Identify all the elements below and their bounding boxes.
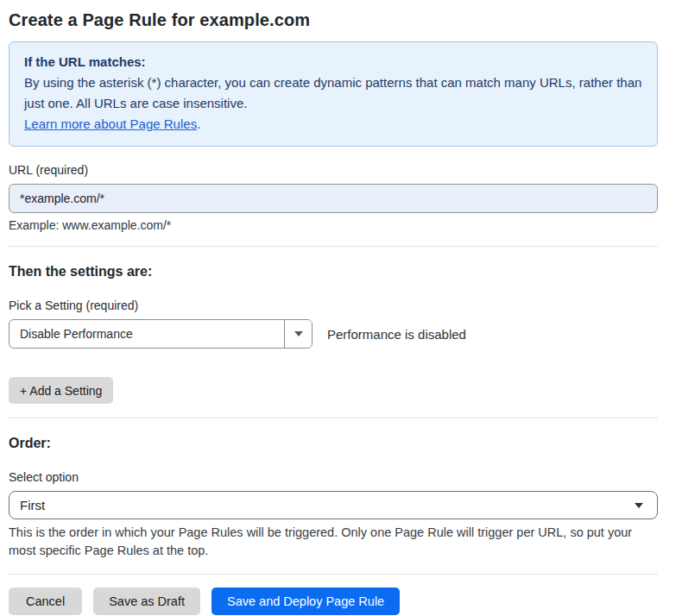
setting-row: Disable Performance Performance is disab… <box>9 319 658 349</box>
cancel-button[interactable]: Cancel <box>9 588 82 615</box>
url-input[interactable] <box>9 184 658 213</box>
create-page-rule-form: Create a Page Rule for example.com If th… <box>0 0 682 615</box>
link-suffix: . <box>197 116 200 131</box>
info-box-link-line: Learn more about Page Rules. <box>24 114 642 135</box>
order-select-label: Select option <box>9 470 658 484</box>
url-example-text: Example: www.example.com/* <box>9 218 658 232</box>
save-and-deploy-button[interactable]: Save and Deploy Page Rule <box>212 588 400 615</box>
divider <box>9 574 658 575</box>
chevron-down-icon <box>294 331 303 336</box>
setting-picker-value: Disable Performance <box>9 320 284 348</box>
divider <box>9 246 658 247</box>
info-box-body: By using the asterisk (*) character, you… <box>24 72 642 114</box>
save-as-draft-button[interactable]: Save as Draft <box>93 588 200 615</box>
add-setting-button[interactable]: + Add a Setting <box>9 377 113 404</box>
order-section-heading: Order: <box>9 436 658 451</box>
form-footer: Cancel Save as Draft Save and Deploy Pag… <box>9 588 658 615</box>
page-title: Create a Page Rule for example.com <box>9 10 658 30</box>
setting-picker-label: Pick a Setting (required) <box>9 299 658 312</box>
order-help-text: This is the order in which your Page Rul… <box>9 524 654 560</box>
settings-section-heading: Then the settings are: <box>9 264 658 280</box>
setting-picker-arrow-button[interactable] <box>284 320 312 348</box>
setting-picker-dropdown[interactable]: Disable Performance <box>9 319 313 349</box>
order-select[interactable]: First <box>9 491 658 519</box>
url-field-label: URL (required) <box>9 163 658 177</box>
order-select-value: First <box>20 498 45 512</box>
info-box-heading: If the URL matches: <box>24 52 642 72</box>
chevron-down-icon <box>635 503 643 508</box>
learn-more-link[interactable]: Learn more about Page Rules <box>24 116 197 131</box>
setting-status-text: Performance is disabled <box>327 327 466 342</box>
url-match-info-box: If the URL matches: By using the asteris… <box>9 41 658 147</box>
divider <box>9 418 658 418</box>
